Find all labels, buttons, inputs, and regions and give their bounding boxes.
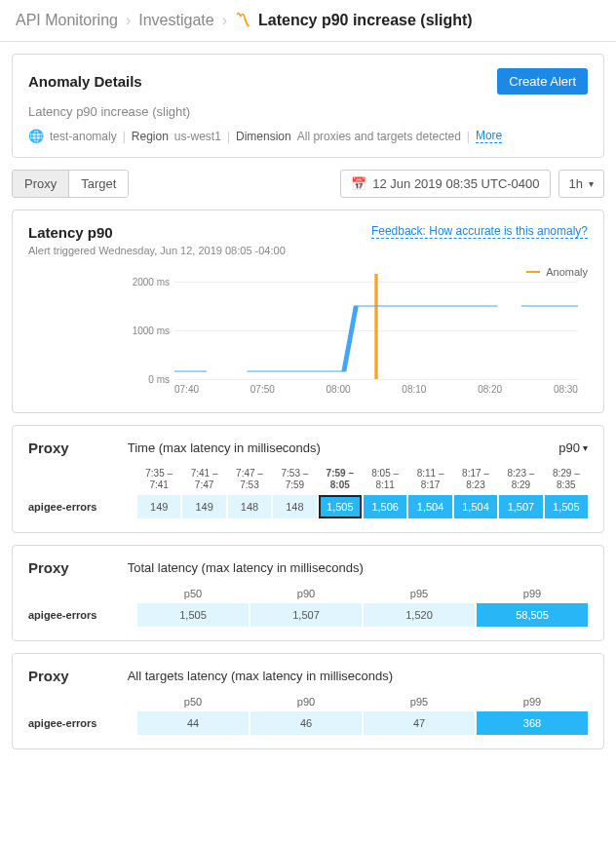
time-table-panel: Proxy Time (max latency in milliseconds)… [12, 425, 604, 533]
region-label: Region [132, 130, 169, 143]
ylabel-top: 2000 ms [116, 277, 170, 287]
lat-cell[interactable]: 1,505 [137, 603, 249, 627]
xlabel: 08:20 [478, 384, 502, 395]
lat-cell[interactable]: 368 [477, 711, 588, 735]
region-value: us-west1 [174, 130, 221, 143]
latency-chart-panel: Latency p90 Alert triggered Wednesday, J… [12, 210, 604, 413]
time-cell[interactable]: 1,505 [545, 495, 588, 518]
time-col-head: 8:29 –8:35 [545, 466, 588, 493]
time-col-head: 8:23 –8:29 [499, 466, 542, 493]
lat-cell[interactable]: 1,507 [250, 603, 362, 627]
toolbar: Proxy Target 📅 12 Jun 2019 08:35 UTC-040… [12, 170, 604, 198]
xlabel: 08:10 [402, 384, 426, 395]
anomaly-details-title: Anomaly Details [28, 73, 142, 90]
time-cell[interactable]: 149 [182, 495, 225, 518]
breadcrumb-investigate[interactable]: Investigate [138, 12, 213, 29]
dimension-value: All proxies and targets detected [297, 130, 461, 143]
calendar-icon: 📅 [351, 176, 366, 191]
lat-col-head: p50 [137, 586, 249, 601]
tab-target[interactable]: Target [68, 171, 128, 197]
total-latency-panel: Proxy Total latency (max latency in mill… [12, 545, 604, 641]
feedback-link[interactable]: Feedback: How accurate is this anomaly? [371, 224, 588, 239]
time-table-left-label: Proxy [28, 440, 69, 456]
more-link[interactable]: More [476, 129, 502, 143]
lat-col-head: p95 [364, 586, 475, 601]
xlabel: 07:40 [174, 384, 199, 395]
xlabel: 08:00 [327, 384, 351, 395]
time-cell[interactable]: 149 [137, 495, 180, 518]
env-name: test-anomaly [50, 130, 117, 143]
p90-dropdown[interactable]: p90 [558, 441, 588, 455]
time-cell[interactable]: 1,504 [408, 495, 451, 518]
lat-col-head: p99 [477, 694, 588, 709]
time-cell[interactable]: 1,507 [499, 495, 542, 518]
lat-cell[interactable]: 47 [364, 711, 475, 735]
create-alert-button[interactable]: Create Alert [497, 68, 588, 95]
lat-cell[interactable]: 1,520 [364, 603, 475, 627]
time-cell-selected[interactable]: 1,505 [319, 495, 362, 518]
all-targets-row-label: apigee-errors [28, 717, 135, 729]
lat-col-head: p90 [250, 586, 362, 601]
datetime-picker[interactable]: 📅 12 Jun 2019 08:35 UTC-0400 [340, 170, 550, 198]
all-targets-mid-label: All targets latency (max latency in mill… [128, 669, 588, 683]
time-cell[interactable]: 148 [228, 495, 271, 518]
trend-up-icon: 〽 [235, 12, 250, 29]
ylabel-mid: 1000 ms [116, 326, 170, 336]
lat-cell[interactable]: 58,505 [477, 603, 588, 627]
lat-col-head: p90 [250, 694, 362, 709]
time-col-head: 7:53 –7:59 [273, 466, 316, 493]
time-col-head: 7:47 –7:53 [228, 466, 271, 493]
time-row-label: apigee-errors [28, 501, 135, 513]
breadcrumb-current: Latency p90 increase (slight) [258, 12, 473, 29]
latency-chart[interactable]: 2000 ms 1000 ms 0 ms 07:40 07:50 0 [135, 282, 578, 399]
total-latency-row-label: apigee-errors [28, 609, 135, 621]
timerange-dropdown[interactable]: 1h [558, 170, 604, 198]
anomaly-legend-label: Anomaly [546, 266, 588, 278]
lat-col-head: p50 [137, 694, 249, 709]
time-col-head-active: 7:59 –8:05 [319, 466, 362, 493]
proxy-target-toggle: Proxy Target [12, 170, 129, 198]
alert-triggered-text: Alert triggered Wednesday, Jun 12, 2019 … [28, 245, 286, 256]
time-col-head: 7:41 –7:47 [182, 466, 225, 493]
globe-icon: 🌐 [28, 129, 44, 143]
anomaly-subtitle: Latency p90 increase (slight) [28, 104, 588, 119]
dimension-label: Dimension [236, 130, 291, 143]
lat-cell[interactable]: 46 [250, 711, 362, 735]
all-targets-panel: Proxy All targets latency (max latency i… [12, 653, 604, 749]
chart-title: Latency p90 [28, 224, 286, 241]
lat-col-head: p95 [364, 694, 475, 709]
ylabel-bot: 0 ms [116, 374, 170, 385]
anomaly-swatch [526, 271, 540, 273]
tab-proxy[interactable]: Proxy [13, 171, 68, 197]
total-latency-left-label: Proxy [28, 559, 69, 576]
chevron-right-icon: › [126, 12, 131, 29]
total-latency-mid-label: Total latency (max latency in millisecon… [128, 560, 588, 575]
chevron-right-icon: › [222, 12, 227, 29]
xlabel: 08:30 [554, 384, 578, 395]
time-col-head: 8:05 –8:11 [364, 466, 406, 493]
xlabel: 07:50 [250, 384, 275, 395]
time-col-head: 7:35 –7:41 [137, 466, 180, 493]
time-cell[interactable]: 1,506 [364, 495, 406, 518]
chart-svg [174, 282, 578, 379]
anomaly-details-panel: Anomaly Details Create Alert Latency p90… [12, 54, 604, 158]
all-targets-left-label: Proxy [28, 668, 69, 684]
time-col-head: 8:17 –8:23 [454, 466, 497, 493]
lat-col-head: p99 [477, 586, 588, 601]
time-cell[interactable]: 1,504 [454, 495, 497, 518]
time-table-mid-label: Time (max latency in milliseconds) [128, 441, 559, 455]
breadcrumb: API Monitoring › Investigate › 〽 Latency… [0, 0, 616, 42]
time-cell[interactable]: 148 [273, 495, 316, 518]
time-col-head: 8:11 –8:17 [408, 466, 451, 493]
lat-cell[interactable]: 44 [137, 711, 249, 735]
breadcrumb-root[interactable]: API Monitoring [16, 12, 118, 29]
